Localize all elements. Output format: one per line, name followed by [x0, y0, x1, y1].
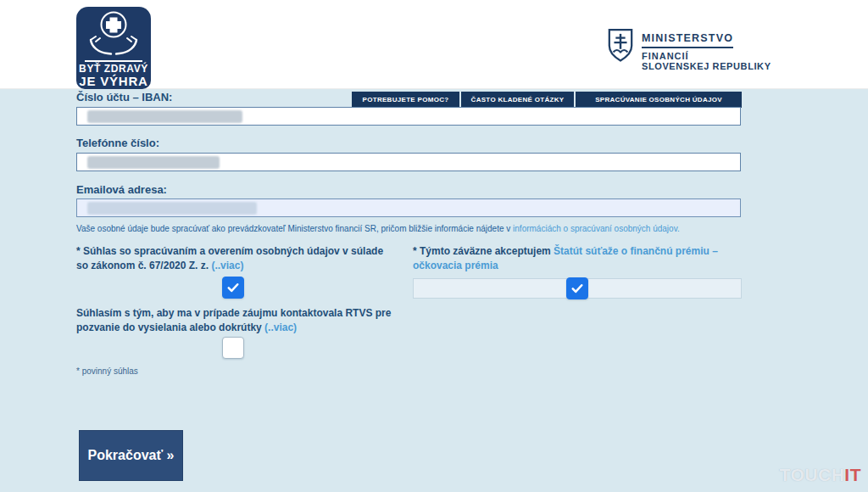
email-label: Emailová adresa: [76, 183, 167, 196]
page: BYŤ ZDRAVÝ JE VÝHRA MINISTERSTVO FINANCI… [0, 0, 868, 492]
consent-3-text: Súhlasím s tým, aby ma v prípade záujmu … [76, 307, 391, 333]
header: BYŤ ZDRAVÝ JE VÝHRA MINISTERSTVO FINANCI… [0, 0, 868, 89]
privacy-note-link[interactable]: informáciách o spracúvaní osobných údajo… [513, 224, 680, 233]
nav-button-help[interactable]: POTREBUJETE POMOC? [352, 92, 459, 108]
consent-1-more-link[interactable]: (..viac) [211, 260, 243, 271]
ministry-line3: SLOVENSKEJ REPUBLIKY [642, 61, 771, 72]
byt-zdravy-logo[interactable]: BYŤ ZDRAVÝ JE VÝHRA [76, 7, 151, 89]
nav-button-personal-data[interactable]: SPRACÚVANIE OSOBNÝCH ÚDAJOV [576, 92, 742, 108]
phone-field-wrapper [76, 153, 741, 171]
iban-label: Číslo účtu – IBAN: [76, 91, 172, 103]
watermark-part2: IT [844, 465, 861, 484]
consent-2-text: * Týmto záväzne akceptujem [413, 245, 554, 257]
logo-divider [85, 60, 142, 62]
cross-and-hands-icon [81, 10, 147, 59]
nav-button-faq[interactable]: ČASTO KLADENÉ OTÁZKY [461, 92, 574, 108]
privacy-note-text: Vaše osobné údaje bude spracúvať ako pre… [76, 224, 513, 233]
consent-2-checkbox[interactable] [566, 277, 588, 299]
logo-text-line2: JE VÝHRA [79, 75, 147, 88]
ministry-logo: MINISTERSTVO FINANCIÍ SLOVENSKEJ REPUBLI… [607, 28, 771, 72]
phone-label: Telefónne číslo: [76, 137, 159, 149]
consent-3-checkbox[interactable] [222, 337, 244, 359]
iban-input[interactable] [77, 108, 740, 125]
checkmark-icon [570, 281, 585, 296]
consent-1-label: * Súhlas so spracúvaním a overením osobn… [76, 244, 393, 273]
required-consent-note: * povinný súhlas [76, 366, 138, 376]
phone-input[interactable] [77, 154, 740, 171]
watermark-part1: TOUCH [780, 465, 845, 484]
continue-button[interactable]: Pokračovať » [79, 430, 183, 481]
email-field-wrapper [76, 198, 741, 217]
ministry-line2: FINANCIÍ [642, 51, 771, 61]
consent-2-label: * Týmto záväzne akceptujem Štatút súťaže… [413, 244, 745, 273]
ministry-line1: MINISTERSTVO [642, 32, 733, 48]
iban-field-wrapper [76, 107, 741, 126]
slovak-coat-of-arms-icon [607, 28, 634, 64]
touchit-watermark: TOUCHIT [780, 465, 861, 485]
checkmark-icon [225, 280, 241, 295]
consent-1-checkbox[interactable] [222, 277, 244, 299]
consent-3-label: Súhlasím s tým, aby ma v prípade záujmu … [76, 306, 393, 335]
email-input[interactable] [77, 199, 740, 216]
privacy-note: Vaše osobné údaje bude spracúvať ako pre… [76, 224, 721, 233]
consent-3-more-link[interactable]: (..viac) [264, 321, 297, 333]
